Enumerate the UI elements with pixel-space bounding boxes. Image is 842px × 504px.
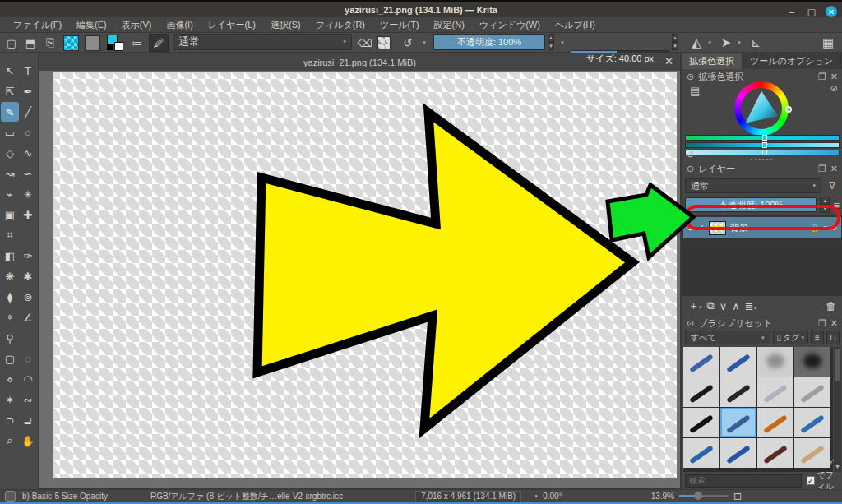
layer-alpha-icon[interactable]: α [823, 224, 827, 232]
float-docker-icon[interactable]: ❐ [818, 318, 826, 329]
workspace-chooser-icon[interactable]: ▦ [819, 34, 837, 52]
polygon-tool-icon[interactable]: ◇ [1, 143, 19, 163]
docker-lock-icon[interactable]: ⊙ [687, 72, 694, 82]
ellipse-tool-icon[interactable]: ○ [19, 123, 37, 142]
brush-tag-dropdown[interactable]: すべて ▾ [685, 331, 770, 344]
gradient-tool-icon[interactable]: ◧ [1, 246, 19, 266]
brush-preset-eraser-soft[interactable] [720, 347, 756, 377]
maximize-button[interactable]: ▢ [806, 6, 817, 17]
layer-lock-icon[interactable]: 🔒 [810, 224, 819, 232]
saturation-bar[interactable] [685, 142, 840, 148]
gradient-swatch[interactable] [63, 34, 79, 52]
layer-row-background[interactable]: ◕ ✓ 背景 🔒 α ❖ [683, 217, 841, 238]
brush-preview-icon[interactable] [5, 491, 16, 502]
layer-blend-mode-dropdown[interactable]: 通常 ▾ [685, 178, 821, 193]
menu-item[interactable]: フィルタ(R) [309, 17, 372, 33]
docker-lock-icon[interactable]: ⊙ [687, 164, 694, 174]
open-document-icon[interactable]: ⬒ [22, 34, 39, 52]
move-layer-down-button[interactable]: ∨ [719, 300, 728, 312]
layer-opacity-spinner[interactable]: ▲▼ [820, 197, 830, 213]
layer-options-menu-icon[interactable]: ≡ [833, 199, 840, 211]
save-icon[interactable]: ⎘ [42, 34, 58, 52]
menu-item[interactable]: 画像(I) [160, 17, 199, 33]
brush-preset-pencil-hb[interactable] [683, 438, 719, 468]
brush-grid-scrollbar[interactable]: ▼ [834, 347, 841, 472]
zoom-slider[interactable] [679, 495, 729, 497]
menu-item[interactable]: ウィンドウ(W) [473, 17, 547, 33]
layer-enabled-check[interactable]: ✓ [697, 223, 705, 234]
brush-preset-ink-gpen[interactable] [683, 377, 719, 407]
close-docker-icon[interactable]: ✕ [830, 164, 838, 174]
blending-mode-dropdown[interactable]: 通常 ▾ [173, 34, 352, 50]
mirror-horizontal-icon[interactable]: ◭ [687, 34, 706, 52]
reload-preset-icon[interactable]: ↺ [400, 34, 416, 52]
eraser-mode-icon[interactable]: ⌫ [357, 34, 373, 52]
fit-screen-icon[interactable]: ⊡ [733, 491, 742, 502]
brush-preset-bristles-hairy[interactable] [757, 408, 793, 437]
zoom-tool-icon[interactable]: ⌕ [1, 431, 19, 451]
close-button[interactable]: ✕ [826, 6, 837, 17]
menu-item[interactable]: ツール(T) [373, 17, 426, 33]
dynamic-brush-tool-icon[interactable]: ⌁ [1, 184, 19, 204]
transform-select-tool-icon[interactable]: ↖ [1, 61, 19, 81]
panel-drag-handle[interactable]: •••••• [751, 155, 775, 163]
line-tool-icon[interactable]: ╱ [19, 102, 37, 122]
color-history-icon[interactable]: ↺ [687, 150, 694, 160]
brush-preset-pencil-2b[interactable] [794, 408, 830, 437]
layer-opacity-slider[interactable]: 不透明度: 100% [685, 197, 817, 212]
trim-to-image-icon[interactable]: ⊾ [747, 34, 765, 52]
color-settings-icon[interactable]: ▤ [690, 85, 700, 97]
float-docker-icon[interactable]: ❐ [818, 164, 826, 174]
close-docker-icon[interactable]: ✕ [830, 72, 838, 82]
menu-item[interactable]: 表示(V) [115, 17, 159, 33]
mirror-vertical-icon[interactable]: ➤ [717, 34, 735, 52]
mirror-horizontal-dropdown-icon[interactable]: ▾ [706, 34, 714, 52]
measure-tool-icon[interactable]: ∠ [19, 307, 37, 327]
brush-preset-pencil-soft[interactable] [757, 438, 793, 468]
enclose-fill-tool-icon[interactable]: ⊚ [19, 287, 37, 307]
layer-filter-icon[interactable]: ∇ [825, 180, 840, 192]
smart-patch-tool-icon[interactable]: ❋ [1, 266, 19, 286]
opacity-dropdown-icon[interactable]: ▾ [557, 34, 567, 52]
text-tool-icon[interactable]: T [19, 61, 37, 81]
pan-tool-icon[interactable]: ✋ [19, 431, 37, 451]
opacity-spinner[interactable]: ▲▼ [546, 34, 556, 50]
brush-preset-ink-ballpen[interactable] [757, 377, 793, 407]
rectangular-selection-tool-icon[interactable]: ▢ [1, 349, 19, 368]
new-document-icon[interactable]: ▢ [3, 34, 20, 52]
tag-button[interactable]: ▯ タグ▾ [773, 331, 809, 344]
brush-preset-airbrush-pressure[interactable] [794, 347, 830, 377]
menu-item[interactable]: ファイル(F) [7, 17, 68, 33]
similar-color-selection-tool-icon[interactable]: ✶ [1, 390, 19, 409]
menu-item[interactable]: レイヤー(L) [201, 17, 262, 33]
polyline-tool-icon[interactable]: ∿ [19, 143, 37, 163]
magnetic-selection-tool-icon[interactable]: ⊃ [1, 410, 19, 430]
edit-shapes-tool-icon[interactable]: ⇱ [1, 81, 19, 101]
brush-preset-ink-pen-rough[interactable] [720, 377, 756, 407]
menu-item[interactable]: ヘルプ(H) [548, 17, 602, 33]
assistants-tool-icon[interactable]: ⌖ [1, 307, 19, 327]
polygonal-selection-tool-icon[interactable]: ⋄ [1, 369, 19, 389]
size-slider[interactable]: サイズ: 40.00 px [571, 50, 669, 67]
foreground-background-colors[interactable] [107, 34, 123, 52]
menu-item[interactable]: 選択(S) [264, 17, 308, 33]
delete-layer-button[interactable]: 🗑 [826, 300, 836, 312]
crop-tool-icon[interactable]: ⌗ [1, 225, 19, 245]
bezier-curve-tool-icon[interactable]: ↝ [1, 164, 19, 183]
reference-images-tool-icon[interactable]: ⚲ [1, 328, 19, 348]
fill-tool-icon[interactable]: ⧫ [1, 287, 19, 307]
brush-search-input[interactable] [685, 474, 802, 488]
bezier-selection-tool-icon[interactable]: ∾ [19, 390, 37, 409]
list-view-icon[interactable]: ≡ [811, 331, 824, 344]
transform-tool-icon[interactable]: ▣ [1, 205, 19, 224]
move-layer-up-button[interactable]: ∧ [732, 300, 740, 312]
edit-brush-settings-icon[interactable]: 🖉 [149, 34, 169, 52]
preserve-alpha-icon[interactable] [377, 34, 391, 52]
freehand-brush-tool-icon[interactable]: ✎ [1, 102, 19, 122]
brush-presets-icon[interactable]: ≔ [129, 34, 146, 52]
freehand-selection-tool-icon[interactable]: ◠ [19, 369, 37, 389]
layer-visibility-icon[interactable]: ◕ [687, 223, 693, 233]
rectangle-tool-icon[interactable]: ▭ [1, 123, 19, 142]
brush-preset-pencil-4b[interactable] [720, 438, 756, 468]
elliptical-selection-tool-icon[interactable]: ◌ [19, 349, 37, 368]
